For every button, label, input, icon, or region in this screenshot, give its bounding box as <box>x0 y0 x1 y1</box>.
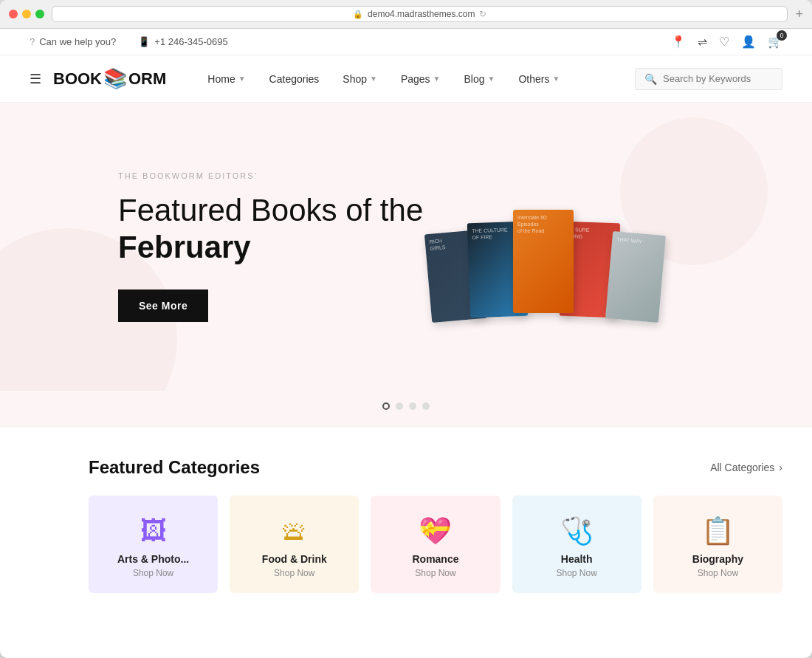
hero-title: Featured Books of the February <box>118 192 428 267</box>
close-button[interactable] <box>9 10 18 18</box>
health-shop: Shop Now <box>557 568 597 578</box>
health-icon: 🩺 <box>560 518 593 544</box>
book-text-5: THAT WAY <box>611 231 666 251</box>
logo-text-after: ORM <box>128 69 166 89</box>
chevron-right-icon: › <box>779 462 782 473</box>
logo-icon: 📚 <box>103 67 127 90</box>
biography-icon: 📋 <box>701 518 734 544</box>
traffic-lights <box>9 10 44 18</box>
all-categories-link[interactable]: All Categories › <box>710 462 782 473</box>
food-icon: 🛎 <box>281 518 308 544</box>
url-text: demo4.madrasthemes.com <box>368 9 475 19</box>
search-bar[interactable]: 🔍 <box>635 68 782 90</box>
address-bar[interactable]: 🔒 demo4.madrasthemes.com ↻ <box>52 6 788 22</box>
carousel-dot-4[interactable] <box>422 402 430 410</box>
nav-categories-label: Categories <box>269 73 320 85</box>
hero-section: THE BOOKWORM EDITORS' Featured Books of … <box>0 103 812 391</box>
browser-chrome: 🔒 demo4.madrasthemes.com ↻ + <box>0 0 812 29</box>
category-arts[interactable]: 🖼 Arts & Photo... Shop Now <box>89 496 218 593</box>
category-romance[interactable]: 💝 Romance Shop Now <box>371 496 500 593</box>
top-bar-icons: 📍 ⇌ ♡ 👤 🛒 0 <box>671 35 782 49</box>
section-title: Featured Categories <box>89 457 260 478</box>
search-input[interactable] <box>663 73 773 84</box>
cart-badge: 0 <box>777 30 787 41</box>
book-text-3: Interstate 60:Episodesof the Road <box>513 210 574 239</box>
search-icon: 🔍 <box>644 73 657 85</box>
chevron-down-icon: ▼ <box>370 75 377 83</box>
new-tab-button[interactable]: + <box>795 7 803 22</box>
cart-icon[interactable]: 🛒 0 <box>768 35 782 49</box>
logo[interactable]: BOOK 📚 ORM <box>53 67 166 90</box>
top-bar: ? Can we help you? 📱 +1 246-345-0695 📍 ⇌… <box>0 29 812 55</box>
category-health[interactable]: 🩺 Health Shop Now <box>512 496 641 593</box>
nav-pages-label: Pages <box>401 73 430 85</box>
nav-shop-label: Shop <box>343 73 367 85</box>
logo-text-before: BOOK <box>53 69 102 89</box>
categories-section: Featured Categories All Categories › 🖼 A… <box>0 428 812 630</box>
nav-home-label: Home <box>207 73 235 85</box>
biography-shop: Shop Now <box>698 568 738 578</box>
help-icon: ? <box>30 36 35 47</box>
compare-icon[interactable]: ⇌ <box>698 35 707 49</box>
hero-title-line2: February <box>118 230 251 264</box>
nav-shop[interactable]: Shop ▼ <box>331 55 389 103</box>
see-more-button[interactable]: See More <box>118 289 208 322</box>
all-categories-text: All Categories <box>710 462 774 473</box>
minimize-button[interactable] <box>22 10 31 18</box>
hero-title-line1: Featured Books of the <box>118 193 423 227</box>
nav-others[interactable]: Others ▼ <box>506 55 571 103</box>
carousel-dot-3[interactable] <box>409 402 416 410</box>
chevron-down-icon: ▼ <box>238 75 246 83</box>
arts-icon: 🖼 <box>140 518 167 544</box>
phone-icon: 📱 <box>138 36 150 47</box>
food-shop: Shop Now <box>274 568 314 578</box>
nav-links: Home ▼ Categories Shop ▼ Pages ▼ Blog ▼ … <box>196 55 635 103</box>
carousel-dot-1[interactable] <box>382 402 390 410</box>
arts-name: Arts & Photo... <box>117 553 189 565</box>
hero-subtitle: THE BOOKWORM EDITORS' <box>118 171 428 180</box>
chevron-down-icon: ▼ <box>488 75 495 83</box>
categories-grid: 🖼 Arts & Photo... Shop Now 🛎 Food & Drin… <box>89 496 782 593</box>
nav-home[interactable]: Home ▼ <box>196 55 257 103</box>
nav-pages[interactable]: Pages ▼ <box>389 55 453 103</box>
book-cover-5: THAT WAY <box>605 231 666 323</box>
location-icon[interactable]: 📍 <box>671 35 686 49</box>
chevron-down-icon: ▼ <box>433 75 441 83</box>
hero-content: THE BOOKWORM EDITORS' Featured Books of … <box>118 171 428 323</box>
book-cover-3: Interstate 60:Episodesof the Road <box>513 210 574 313</box>
account-icon[interactable]: 👤 <box>741 35 756 49</box>
category-biography[interactable]: 📋 Biography Shop Now <box>653 496 782 593</box>
refresh-icon: ↻ <box>479 9 486 19</box>
health-name: Health <box>561 553 593 565</box>
hero-books: RICHGIRLS THE CULTUREOF FIRE Interstate … <box>428 173 782 321</box>
help-item: ? Can we help you? <box>30 36 116 47</box>
chevron-down-icon: ▼ <box>552 75 560 83</box>
romance-icon: 💝 <box>419 518 452 544</box>
arts-shop: Shop Now <box>133 568 173 578</box>
hamburger-menu[interactable]: ☰ <box>30 71 41 87</box>
nav-blog-label: Blog <box>464 73 485 85</box>
nav-categories[interactable]: Categories <box>258 55 331 103</box>
section-header: Featured Categories All Categories › <box>89 457 782 478</box>
biography-name: Biography <box>692 553 743 565</box>
wishlist-icon[interactable]: ♡ <box>719 35 729 49</box>
category-food[interactable]: 🛎 Food & Drink Shop Now <box>230 496 359 593</box>
nav-blog[interactable]: Blog ▼ <box>453 55 507 103</box>
food-name: Food & Drink <box>262 553 327 565</box>
phone-text: +1 246-345-0695 <box>154 36 227 47</box>
carousel-dots <box>0 391 812 428</box>
main-nav: ☰ BOOK 📚 ORM Home ▼ Categories Shop ▼ Pa… <box>0 55 812 103</box>
carousel-dot-2[interactable] <box>396 402 403 410</box>
maximize-button[interactable] <box>35 10 44 18</box>
browser-window: 🔒 demo4.madrasthemes.com ↻ + ? Can we he… <box>0 0 812 658</box>
nav-others-label: Others <box>518 73 549 85</box>
phone-item: 📱 +1 246-345-0695 <box>138 36 227 47</box>
help-text: Can we help you? <box>39 36 116 47</box>
lock-icon: 🔒 <box>353 10 363 19</box>
romance-shop: Shop Now <box>415 568 455 578</box>
romance-name: Romance <box>412 553 458 565</box>
